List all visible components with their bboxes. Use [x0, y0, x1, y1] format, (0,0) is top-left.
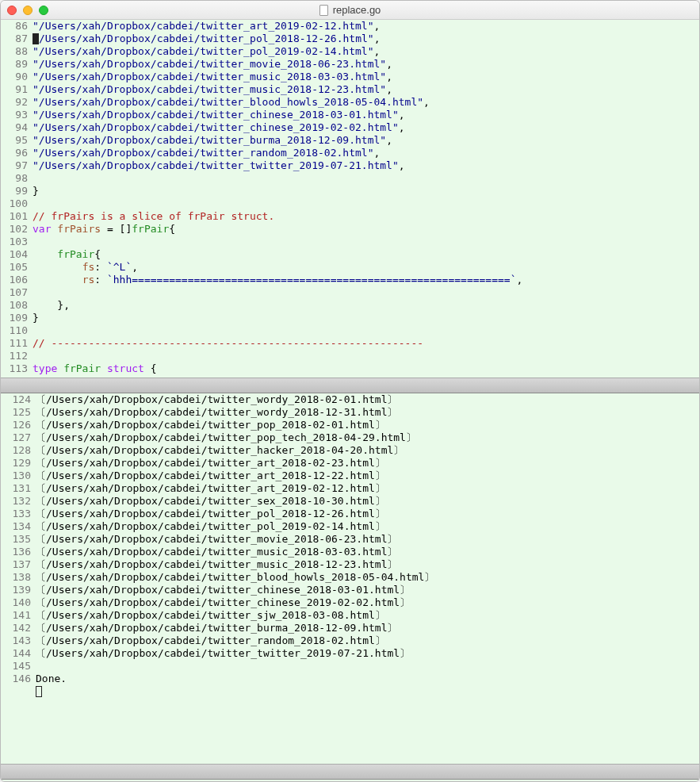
code-line[interactable]: 110: [4, 324, 699, 337]
line-number: 94: [4, 121, 28, 134]
close-window-button[interactable]: [7, 6, 17, 15]
editor-pane-bottom[interactable]: 124〔/Users/xah/Dropbox/cabdei/twitter_wo…: [1, 393, 699, 764]
code-line[interactable]: 92"/Users/xah/Dropbox/cabdei/twitter_blo…: [4, 96, 699, 109]
output-line[interactable]: 130〔/Users/xah/Dropbox/cabdei/twitter_ar…: [4, 470, 699, 482]
output-area[interactable]: 124〔/Users/xah/Dropbox/cabdei/twitter_wo…: [1, 393, 699, 698]
code-line[interactable]: 105 fs: `^L`,: [4, 261, 699, 274]
modeline-top[interactable]: CU:**- replace.go 54% (87,0) Git:master …: [1, 378, 699, 393]
output-line[interactable]: 141〔/Users/xah/Dropbox/cabdei/twitter_sj…: [4, 609, 699, 622]
output-line[interactable]: 132〔/Users/xah/Dropbox/cabdei/twitter_se…: [4, 495, 699, 508]
code-line[interactable]: 91"/Users/xah/Dropbox/cabdei/twitter_mus…: [4, 83, 699, 96]
code-token: :: [94, 261, 107, 273]
code-line[interactable]: 107: [4, 286, 699, 299]
output-line[interactable]: 146Done.: [4, 673, 699, 685]
output-line[interactable]: 127〔/Users/xah/Dropbox/cabdei/twitter_po…: [4, 431, 699, 444]
code-token: "/Users/xah/Dropbox/cabdei/twitter_chine…: [33, 109, 399, 121]
line-number: 108: [4, 299, 28, 312]
code-line[interactable]: 112: [4, 350, 699, 362]
output-line[interactable]: 145: [4, 660, 699, 673]
output-line[interactable]: 133〔/Users/xah/Dropbox/cabdei/twitter_po…: [4, 508, 699, 520]
code-token: [33, 274, 82, 286]
line-number: 104: [4, 248, 28, 261]
code-token: ,: [132, 261, 138, 273]
output-line[interactable]: 135〔/Users/xah/Dropbox/cabdei/twitter_mo…: [4, 533, 699, 546]
zoom-window-button[interactable]: [39, 6, 48, 15]
output-line[interactable]: 136〔/Users/xah/Dropbox/cabdei/twitter_mu…: [4, 546, 699, 558]
code-token: "/Users/xah/Dropbox/cabdei/twitter_pol_2…: [33, 45, 373, 57]
code-line[interactable]: 87/Users/xah/Dropbox/cabdei/twitter_pol_…: [4, 33, 699, 45]
output-line[interactable]: 137〔/Users/xah/Dropbox/cabdei/twitter_mu…: [4, 558, 699, 571]
code-line[interactable]: 99}: [4, 185, 699, 197]
code-line[interactable]: 103: [4, 236, 699, 248]
code-line[interactable]: 104 frPair{: [4, 248, 699, 261]
line-number: 95: [4, 134, 28, 147]
output-line[interactable]: [4, 685, 699, 698]
line-number: 143: [4, 634, 31, 647]
line-number: 87: [4, 33, 28, 45]
output-text: 〔/Users/xah/Dropbox/cabdei/twitter_hacke…: [36, 444, 404, 456]
code-area-top[interactable]: 86"/Users/xah/Dropbox/cabdei/twitter_art…: [1, 20, 699, 375]
output-line[interactable]: 140〔/Users/xah/Dropbox/cabdei/twitter_ch…: [4, 596, 699, 609]
line-number: 100: [4, 197, 28, 210]
code-token: {: [94, 248, 101, 260]
line-number: 129: [4, 457, 31, 470]
line-number: 128: [4, 444, 31, 457]
output-line[interactable]: 142〔/Users/xah/Dropbox/cabdei/twitter_bu…: [4, 622, 699, 634]
code-line[interactable]: 96"/Users/xah/Dropbox/cabdei/twitter_ran…: [4, 147, 699, 159]
code-token: ,: [517, 274, 523, 286]
code-token: {: [144, 362, 157, 374]
code-line[interactable]: 86"/Users/xah/Dropbox/cabdei/twitter_art…: [4, 20, 699, 33]
output-text: 〔/Users/xah/Dropbox/cabdei/twitter_blood…: [36, 571, 434, 583]
code-line[interactable]: 94"/Users/xah/Dropbox/cabdei/twitter_chi…: [4, 121, 699, 134]
code-line[interactable]: 100: [4, 197, 699, 210]
output-line[interactable]: 144〔/Users/xah/Dropbox/cabdei/twitter_tw…: [4, 647, 699, 660]
code-token: [33, 261, 82, 273]
code-line[interactable]: 93"/Users/xah/Dropbox/cabdei/twitter_chi…: [4, 109, 699, 121]
minimize-window-button[interactable]: [23, 6, 33, 15]
modeline-bottom[interactable]: CU:**- *xah-run output* Bot (147,0) (She…: [1, 764, 699, 780]
code-line[interactable]: 101// frPairs is a slice of frPair struc…: [4, 210, 699, 223]
code-line[interactable]: 88"/Users/xah/Dropbox/cabdei/twitter_pol…: [4, 45, 699, 58]
code-line[interactable]: 89"/Users/xah/Dropbox/cabdei/twitter_mov…: [4, 58, 699, 71]
window-controls: [7, 6, 48, 15]
line-number: 113: [4, 362, 28, 375]
text-cursor: [33, 33, 39, 44]
code-token: }: [33, 185, 39, 197]
code-token: "/Users/xah/Dropbox/cabdei/twitter_movie…: [33, 58, 386, 70]
code-line[interactable]: 108 },: [4, 299, 699, 312]
output-line[interactable]: 129〔/Users/xah/Dropbox/cabdei/twitter_ar…: [4, 457, 699, 470]
output-line[interactable]: 134〔/Users/xah/Dropbox/cabdei/twitter_po…: [4, 520, 699, 533]
output-text: 〔/Users/xah/Dropbox/cabdei/twitter_pop_2…: [36, 419, 385, 431]
code-token: "/Users/xah/Dropbox/cabdei/twitter_twitt…: [33, 159, 399, 171]
line-number: 134: [4, 520, 31, 533]
output-line[interactable]: 128〔/Users/xah/Dropbox/cabdei/twitter_ha…: [4, 444, 699, 457]
code-line[interactable]: 90"/Users/xah/Dropbox/cabdei/twitter_mus…: [4, 71, 699, 83]
code-token: "/Users/xah/Dropbox/cabdei/twitter_music…: [33, 71, 386, 82]
output-line[interactable]: 139〔/Users/xah/Dropbox/cabdei/twitter_ch…: [4, 584, 699, 596]
output-line[interactable]: 143〔/Users/xah/Dropbox/cabdei/twitter_ra…: [4, 634, 699, 647]
code-line[interactable]: 111// ----------------------------------…: [4, 337, 699, 350]
output-text: 〔/Users/xah/Dropbox/cabdei/twitter_chine…: [36, 584, 410, 596]
output-text: 〔/Users/xah/Dropbox/cabdei/twitter_wordy…: [36, 406, 397, 418]
output-line[interactable]: 125〔/Users/xah/Dropbox/cabdei/twitter_wo…: [4, 406, 699, 419]
line-number: 127: [4, 431, 31, 444]
code-line[interactable]: 113type frPair struct {: [4, 362, 699, 375]
output-line[interactable]: 124〔/Users/xah/Dropbox/cabdei/twitter_wo…: [4, 393, 699, 406]
code-token: = []: [101, 223, 132, 235]
code-token: // frPairs is a slice of frPair struct.: [33, 210, 274, 222]
code-line[interactable]: 106 rs: `hhh============================…: [4, 274, 699, 286]
output-line[interactable]: 138〔/Users/xah/Dropbox/cabdei/twitter_bl…: [4, 571, 699, 584]
output-text: 〔/Users/xah/Dropbox/cabdei/twitter_pol_2…: [36, 520, 385, 532]
code-line[interactable]: 98: [4, 172, 699, 185]
code-line[interactable]: 97"/Users/xah/Dropbox/cabdei/twitter_twi…: [4, 159, 699, 172]
code-token: ,: [386, 83, 392, 95]
code-line[interactable]: 95"/Users/xah/Dropbox/cabdei/twitter_bur…: [4, 134, 699, 147]
output-text: 〔/Users/xah/Dropbox/cabdei/twitter_art_2…: [36, 470, 385, 481]
output-line[interactable]: 131〔/Users/xah/Dropbox/cabdei/twitter_ar…: [4, 482, 699, 495]
code-token: [33, 248, 57, 260]
code-line[interactable]: 102var frPairs = []frPair{: [4, 223, 699, 236]
output-line[interactable]: 126〔/Users/xah/Dropbox/cabdei/twitter_po…: [4, 419, 699, 431]
code-line[interactable]: 109}: [4, 312, 699, 324]
editor-pane-top[interactable]: 86"/Users/xah/Dropbox/cabdei/twitter_art…: [1, 20, 699, 378]
line-number: 102: [4, 223, 28, 236]
